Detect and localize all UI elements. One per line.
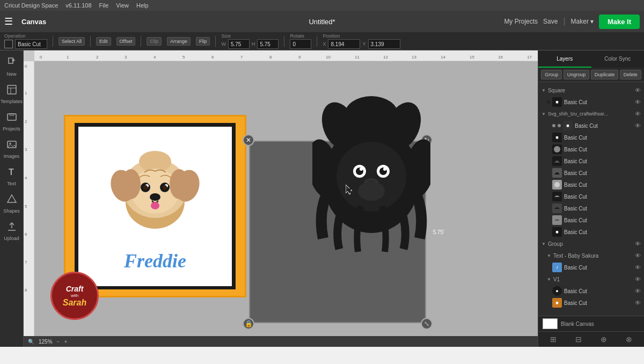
width-value[interactable]: 5.75 xyxy=(228,39,250,49)
layer-svg-basic-2[interactable]: ■ Basic Cut xyxy=(538,132,644,143)
x-value[interactable]: 8.194 xyxy=(328,39,360,49)
layer-thumb xyxy=(552,180,562,190)
menu-file[interactable]: File xyxy=(99,2,109,9)
eye-icon[interactable]: 👁 xyxy=(635,288,641,294)
eye-icon[interactable]: 👁 xyxy=(635,300,641,306)
layer-svg-basic-7[interactable]: Basic Cut xyxy=(538,191,644,202)
maker-dropdown-button[interactable]: Maker ▾ xyxy=(571,18,594,25)
pet-name-text: Freddie xyxy=(124,250,186,272)
close-handle[interactable]: ✕ xyxy=(243,134,254,146)
layer-group-text-baby[interactable]: ▼ Text - Baby Sakura 👁 xyxy=(538,250,644,261)
flatten-icon[interactable]: ⊗ xyxy=(624,334,634,345)
sidebar-label-new: New xyxy=(6,71,16,77)
adjust-icon[interactable]: ⊕ xyxy=(598,334,609,345)
make-it-button[interactable]: Make It xyxy=(599,14,640,29)
eye-icon[interactable]: 👁 xyxy=(635,122,641,129)
eye-icon[interactable]: 👁 xyxy=(635,264,641,271)
eye-icon[interactable]: 👁 xyxy=(635,99,641,105)
sidebar-item-upload[interactable]: Upload xyxy=(0,218,23,244)
panel-bottom-icons: ⊞ ⊟ ⊕ ⊗ xyxy=(538,331,644,347)
sidebar-item-new[interactable]: New xyxy=(0,54,23,80)
dog-portrait-card[interactable]: Freddie xyxy=(64,115,246,297)
operation-value[interactable]: Basic Cut xyxy=(15,39,47,49)
sidebar-item-images[interactable]: Images xyxy=(0,136,23,162)
select-all-button[interactable]: Select All xyxy=(58,37,85,46)
clip-button[interactable]: Clip xyxy=(147,37,162,46)
layer-square-basic[interactable]: ■ Basic Cut 👁 xyxy=(538,96,644,108)
arrange-button[interactable]: Arrange xyxy=(167,37,191,46)
layer-svg-basic-4[interactable]: Basic Cut xyxy=(538,155,644,167)
black-dog-illustration[interactable] xyxy=(312,93,430,254)
zoom-plus-icon[interactable]: + xyxy=(64,339,67,345)
layer-text-basic[interactable]: f Basic Cut 👁 xyxy=(538,261,644,273)
canvas-area[interactable]: 0 1 2 3 4 5 6 7 8 9 10 11 12 13 14 15 16… xyxy=(24,50,538,347)
dog-illustration xyxy=(101,140,209,247)
height-value[interactable]: 5.75 xyxy=(257,39,279,49)
my-projects-button[interactable]: My Projects xyxy=(504,18,538,25)
eye-icon[interactable]: 👁 xyxy=(635,111,641,117)
sidebar-item-text[interactable]: T Text xyxy=(0,163,23,190)
eye-icon[interactable]: 👁 xyxy=(635,276,641,282)
eye-icon[interactable]: 👁 xyxy=(635,241,641,247)
menu-help[interactable]: Help xyxy=(136,2,149,9)
hamburger-menu[interactable]: ☰ xyxy=(4,16,13,27)
operation-label: Operation xyxy=(4,33,47,39)
panel-tabs: Layers Color Sync xyxy=(538,50,644,68)
layer-label: Basic Cut xyxy=(564,300,633,306)
eye-icon[interactable]: 👁 xyxy=(635,252,641,259)
panel-actions: Group Ungroup Duplicate Delete xyxy=(538,68,644,82)
layer-thumb: ■ xyxy=(552,97,562,107)
shapes-icon xyxy=(6,194,17,207)
zoom-minus-icon[interactable]: − xyxy=(57,339,60,345)
edit-button[interactable]: Edit xyxy=(96,37,111,46)
svg-rect-0 xyxy=(9,58,13,63)
menu-view[interactable]: View xyxy=(116,2,129,9)
layer-group-square[interactable]: ▼ Square 👁 xyxy=(538,84,644,96)
layer-svg-basic-8[interactable]: Basic Cut xyxy=(538,202,644,214)
tab-layers[interactable]: Layers xyxy=(538,50,591,68)
layer-svg-basic-9[interactable]: Basic Cut xyxy=(538,214,644,226)
sidebar-item-projects[interactable]: Projects xyxy=(0,108,23,135)
layer-svg-basic-1[interactable]: ■ Basic Cut 👁 xyxy=(538,120,644,132)
lock-handle[interactable]: 🔒 xyxy=(243,318,254,330)
y-value[interactable]: 3.139 xyxy=(368,39,400,49)
resize-handle[interactable]: ⤡ xyxy=(421,318,433,330)
layer-v1-basic-2[interactable]: ■ Basic Cut 👁 xyxy=(538,297,644,309)
layer-svg-basic-3[interactable]: Basic Cut xyxy=(538,143,644,155)
rotate-value[interactable]: 0 xyxy=(290,39,311,49)
layer-label: Basic Cut xyxy=(564,265,633,271)
canvas-background[interactable]: Freddie ✕ ↻ 🔒 ⤡ + 5.75' 5.75' xyxy=(34,61,538,336)
flip-button[interactable]: Flip xyxy=(196,37,210,46)
layer-v1-basic-1[interactable]: ● Basic Cut 👁 xyxy=(538,285,644,297)
offset-button[interactable]: Offset xyxy=(116,37,136,46)
layer-svg-basic-10[interactable]: ■ Basic Cut xyxy=(538,226,644,238)
tab-color-sync[interactable]: Color Sync xyxy=(591,50,645,68)
layer-group-v1[interactable]: ▼ V1 👁 xyxy=(538,273,644,285)
save-button[interactable]: Save xyxy=(543,18,558,25)
content-area: New Templates Projects Images T Text xyxy=(0,50,644,347)
delete-button[interactable]: Delete xyxy=(620,70,641,79)
text-icon: T xyxy=(6,166,17,180)
operation-color[interactable] xyxy=(4,40,13,48)
size-label: Size xyxy=(221,33,279,39)
sidebar-item-templates[interactable]: Templates xyxy=(0,81,23,107)
group-button[interactable]: Group xyxy=(541,70,562,79)
layer-svg-basic-6[interactable]: Basic Cut xyxy=(538,179,644,191)
eye-icon[interactable]: 👁 xyxy=(635,87,641,93)
layer-svg-basic-5[interactable]: Basic Cut xyxy=(538,167,644,179)
layer-thumb: ■ xyxy=(552,133,562,142)
layer-group-svg-shih[interactable]: ▼ Svg_shih_tzu_craftwithsar... 👁 xyxy=(538,108,644,120)
layer-group-main[interactable]: ▼ Group 👁 xyxy=(538,238,644,250)
zoom-value[interactable]: 125% xyxy=(39,339,53,345)
duplicate-button[interactable]: Duplicate xyxy=(591,70,619,79)
align-icon[interactable]: ⊟ xyxy=(573,334,584,345)
layer-group-label: V1 xyxy=(553,276,633,282)
upload-icon xyxy=(6,221,17,235)
sidebar-item-shapes[interactable]: Shapes xyxy=(0,191,23,217)
ungroup-button[interactable]: Ungroup xyxy=(564,70,590,79)
rotate-label: Rotate xyxy=(290,33,311,39)
snap-icon[interactable]: ⊞ xyxy=(548,334,559,345)
portrait-content: Freddie xyxy=(78,127,232,286)
blank-canvas-row[interactable]: Blank Canvas xyxy=(538,316,644,331)
layer-dot-2 xyxy=(558,124,561,127)
